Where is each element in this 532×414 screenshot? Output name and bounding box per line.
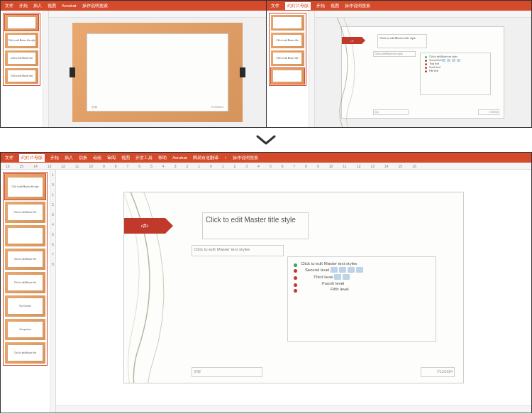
ribbon-tellme[interactable]: 操作说明搜索 (82, 3, 108, 9)
subtitle-placeholder[interactable]: Click to edit Master text styles (192, 245, 284, 256)
ribbon-tabs-left: 文件 开始 插入 视图 Acrobat 操作说明搜索 (1, 1, 266, 11)
insert-smartart-icon[interactable] (348, 267, 355, 273)
layout-thumb[interactable] (271, 68, 304, 84)
subtitle-placeholder[interactable]: Click to edit Master text styles (373, 51, 416, 57)
slide-thumb[interactable]: Click to edit Master title style (5, 33, 38, 48)
ribbon-tab-slidemaster[interactable]: 幻灯片母版 (19, 154, 45, 162)
bullet-l4: Fourth level (294, 281, 433, 285)
ribbon-tabs-bottom: 文件 幻灯片母版 开始 插入 切换 动画 审阅 视图 开发工具 帮助 Acrob… (1, 153, 531, 163)
ruler-horizontal (49, 11, 266, 18)
slide-thumb[interactable]: Click to edit Master text (5, 50, 38, 66)
slide-editor[interactable]: 页脚 7/13/2024 (49, 18, 266, 127)
footer-placeholder[interactable]: 页脚 (373, 109, 409, 115)
layout-thumb[interactable]: Click to edit Master title (271, 33, 304, 48)
slide-thumb[interactable]: Click to edit Master text (5, 68, 38, 84)
bullet-l5: Fifth level (425, 70, 489, 72)
layout-thumb[interactable]: Click to edit Master title (5, 202, 45, 223)
insert-video-icon (457, 59, 460, 62)
top-two-windows: 文件 开始 插入 视图 Acrobat 操作说明搜索 Click to edit… (0, 0, 532, 128)
bullet-l3: Third level (294, 274, 433, 280)
ribbon-tabs-right: 文件 幻灯片母版 开始 视图 操作说明搜索 (267, 1, 532, 11)
ribbon-tab[interactable]: Acrobat (172, 156, 187, 160)
bullet-l1: Click to edit Master text styles (425, 55, 489, 58)
slide-number-ribbon: ‹#› (124, 218, 165, 234)
wisp-decoration (328, 18, 370, 127)
ruler-vertical (43, 11, 49, 127)
content-icons[interactable] (331, 267, 363, 273)
ruler-horizontal: 1615141312111098765432101234567891011121… (1, 163, 531, 170)
layout-thumb[interactable]: Click to edit Master title (5, 342, 45, 364)
ruler-vertical: 1012345678 (50, 170, 56, 413)
body-placeholder[interactable]: Click to edit Master text styles Second … (420, 53, 491, 95)
layout-thumb[interactable] (5, 225, 45, 246)
bullet-l2: Second level (294, 267, 433, 273)
slide-thumb[interactable] (5, 15, 38, 31)
bullet-l4: Fourth level (425, 66, 489, 69)
ribbon-tellme[interactable]: 操作说明搜索 (233, 155, 258, 161)
ribbon-tab[interactable]: 帮助 (158, 155, 167, 161)
date-placeholder[interactable]: 7/13/2024 (421, 367, 455, 377)
window-master-view-small: 文件 幻灯片母版 开始 视图 操作说明搜索 Click to edit Mast… (267, 1, 532, 127)
insert-video-icon[interactable] (343, 274, 350, 280)
ribbon-tab[interactable]: 动画 (93, 155, 101, 161)
bullet-l1: Click to edit Master text styles (294, 261, 433, 266)
content-icons[interactable] (442, 59, 460, 62)
ribbon-tab[interactable]: 切换 (79, 155, 87, 161)
arrow-down-separator (0, 128, 532, 152)
insert-table-icon[interactable] (331, 267, 338, 273)
insert-picture-icon (452, 59, 455, 62)
ruler-horizontal-bottom (56, 405, 531, 413)
ribbon-tab[interactable]: 审阅 (107, 155, 116, 161)
bullet-l3: Third level (425, 62, 489, 65)
ruler-vertical (309, 11, 315, 127)
layout-thumb[interactable]: Two Content (5, 295, 45, 317)
ribbon-tab[interactable]: 视图 (331, 3, 339, 9)
slide-number-ribbon: ‹#› (342, 37, 362, 44)
layout-thumbnails-panel[interactable]: Click to edit Master title style Click t… (1, 170, 50, 413)
ribbon-tab[interactable]: 插入 (33, 3, 42, 9)
date-placeholder[interactable]: 7/13/2024 (478, 109, 499, 115)
layout-thumb[interactable]: Click to edit Master title (5, 272, 45, 293)
bullet-l5: Fifth level (294, 287, 433, 291)
ribbon-tab[interactable]: 文件 (271, 3, 279, 9)
footer-placeholder[interactable]: 页脚 (192, 367, 262, 377)
body-placeholder[interactable]: Click to edit Master text styles Second … (287, 256, 436, 342)
master-editor[interactable]: ‹#› Click to edit Master title style Cli… (315, 18, 532, 127)
window-master-view-merged: 文件 幻灯片母版 开始 插入 切换 动画 审阅 视图 开发工具 帮助 Acrob… (0, 152, 532, 413)
insert-picture-icon[interactable] (356, 267, 363, 273)
footer-left: 页脚 (92, 105, 97, 109)
master-thumb[interactable]: Click to edit Master title style (5, 174, 45, 200)
insert-chart-icon (447, 59, 450, 62)
master-editor[interactable]: ‹#› Click to edit Master title style Cli… (56, 170, 531, 405)
layout-thumbnails-panel[interactable]: Click to edit Master title Click to edit… (267, 11, 309, 127)
layout-thumb[interactable]: Click to edit Master title (271, 50, 304, 66)
ribbon-tab[interactable]: 视图 (48, 3, 56, 9)
insert-chart-icon[interactable] (339, 267, 346, 273)
ribbon-tab[interactable]: 网易有道翻译 (193, 155, 218, 161)
content-icons[interactable] (334, 274, 350, 280)
master-slide-canvas[interactable]: ‹#› Click to edit Master title style Cli… (123, 192, 464, 383)
layout-thumb[interactable]: Click to edit Master title (5, 249, 45, 270)
ribbon-tab[interactable]: 视图 (121, 155, 130, 161)
insert-table-icon (442, 59, 445, 62)
layout-thumb[interactable] (271, 15, 304, 31)
slide-thumbnails-panel[interactable]: Click to edit Master title style Click t… (1, 11, 43, 127)
master-slide-canvas[interactable]: ‹#› Click to edit Master title style Cli… (341, 26, 504, 119)
ribbon-tab[interactable]: 文件 (5, 3, 13, 9)
ribbon-tab[interactable]: Acrobat (62, 4, 77, 8)
title-placeholder[interactable]: Click to edit Master title style (202, 212, 309, 239)
ribbon-tab[interactable]: 开始 (19, 3, 28, 9)
insert-online-picture-icon[interactable] (334, 274, 341, 280)
ribbon-tab[interactable]: 插入 (65, 155, 73, 161)
ribbon-tellme[interactable]: 操作说明搜索 (345, 3, 370, 9)
title-placeholder[interactable]: Click to edit Master title style (377, 34, 427, 48)
ribbon-tab[interactable]: 开始 (316, 3, 325, 9)
ribbon-tab[interactable]: 开发工具 (135, 155, 153, 161)
window-normal-view: 文件 开始 插入 视图 Acrobat 操作说明搜索 Click to edit… (1, 1, 267, 127)
footer-date: 7/13/2024 (211, 105, 223, 109)
layout-thumb[interactable]: Comparison (5, 319, 45, 340)
ribbon-tab[interactable]: 开始 (50, 155, 59, 161)
ribbon-tab[interactable]: 文件 (5, 155, 13, 161)
slide-canvas[interactable]: 页脚 7/13/2024 (72, 23, 243, 122)
ribbon-tab-slidemaster[interactable]: 幻灯片母版 (285, 2, 311, 10)
